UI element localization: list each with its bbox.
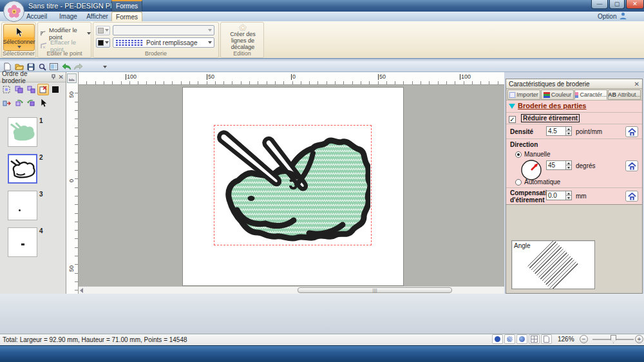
density-spinner[interactable]: 4.5: [546, 126, 572, 136]
spin-down-icon[interactable]: [565, 131, 571, 135]
density-unit: point/mm: [576, 128, 602, 135]
color-icon: [544, 92, 550, 98]
order-item-2-thumbnail-selected[interactable]: [8, 154, 37, 184]
zoom-percentage: 126%: [558, 336, 574, 343]
rotate-back-icon[interactable]: [25, 97, 37, 109]
pointer-icon[interactable]: [37, 97, 49, 109]
ungroup-objects-icon[interactable]: [25, 84, 37, 95]
fill-color-chip: [98, 40, 104, 46]
zoom-in-icon[interactable]: +: [635, 335, 643, 343]
angle-spinner[interactable]: 45: [546, 160, 572, 170]
spin-down-icon[interactable]: [565, 165, 571, 169]
line-type-dropdown[interactable]: [113, 25, 214, 35]
group-label-selectionner: Sélectionner: [2, 50, 35, 57]
chevron-down-icon: [208, 29, 212, 32]
option-menu[interactable]: Option: [598, 13, 616, 20]
close-attributes-icon[interactable]: ✕: [634, 81, 639, 88]
sewing-order-title: Ordre de broderie: [2, 70, 51, 84]
select-tool-button[interactable]: Sélectionner: [3, 24, 35, 51]
merge-icon[interactable]: [1, 97, 12, 109]
direction-row: Direction Manuelle 45 degrés Automatique: [506, 139, 642, 188]
undo-icon[interactable]: [61, 62, 72, 71]
canvas-horizontal-scrollbar[interactable]: ||||: [79, 286, 504, 294]
reduce-stretch-checkbox[interactable]: ✓: [509, 116, 516, 123]
tab-couleur[interactable]: Couleur: [541, 90, 574, 100]
toolbar-overflow-icon[interactable]: [102, 62, 108, 71]
order-item-number: 4: [39, 227, 43, 234]
close-panel-icon[interactable]: ✕: [59, 73, 64, 81]
direction-label: Direction: [510, 141, 538, 148]
auto-radio[interactable]: Automatique: [515, 178, 560, 186]
zoom-out-icon[interactable]: −: [580, 335, 588, 343]
hruler-label: 50: [378, 74, 386, 80]
collapse-triangle-icon[interactable]: [509, 104, 515, 109]
scrollbar-thumb[interactable]: ||||: [298, 287, 452, 293]
tab-accueil[interactable]: Accueil: [23, 12, 51, 21]
manual-radio[interactable]: Manuelle: [515, 150, 551, 158]
sewing-order-panel: Ordre de broderie ✕ 1: [0, 72, 66, 294]
density-value: 4.5: [548, 128, 557, 135]
tab-afficher[interactable]: Afficher: [82, 12, 112, 21]
user-icon[interactable]: [620, 12, 627, 20]
home-icon: [628, 162, 636, 170]
delete-frame-icon[interactable]: [37, 84, 49, 95]
fill-type-value: Point remplissage: [146, 39, 208, 46]
rotate-forward-icon[interactable]: [13, 97, 24, 109]
section-header-row[interactable]: Broderie des parties: [506, 100, 642, 113]
compensation-unit: mm: [576, 193, 587, 200]
line-color-chip: [98, 28, 104, 33]
view-mode-solid-icon[interactable]: [492, 334, 503, 344]
home-icon: [628, 193, 636, 200]
order-item-3-thumbnail[interactable]: [8, 191, 37, 220]
offset-pentagon-icon: [236, 24, 249, 31]
tab-formes-active[interactable]: Formes: [111, 12, 142, 21]
hruler-label: 50: [207, 74, 214, 80]
order-item-4-thumbnail[interactable]: [8, 227, 37, 257]
tab-importer[interactable]: Importer: [507, 90, 540, 100]
close-button[interactable]: ✕: [626, 0, 644, 9]
compensation-spinner[interactable]: 0.0: [546, 191, 572, 200]
chevron-down-icon: [208, 41, 212, 44]
tab-couleur-label: Couleur: [551, 91, 572, 98]
group-editer-le-point: Modifier le point Effacer le point Edite…: [37, 22, 91, 58]
line-color-button[interactable]: [96, 26, 110, 35]
compensation-value: 0.0: [548, 192, 557, 199]
ruler-unit-icon[interactable]: [67, 73, 77, 83]
horizontal-ruler: 100 50 0 50 100: [79, 72, 504, 85]
density-default-button[interactable]: [625, 126, 638, 137]
triceratops-design[interactable]: [215, 126, 370, 244]
maximize-button[interactable]: ▢: [609, 0, 625, 9]
group-selectionner: Sélectionner Sélectionner: [1, 22, 36, 58]
tab-attribut[interactable]: AB Attribut...: [608, 90, 641, 100]
section-title: Broderie des parties: [518, 102, 586, 110]
hruler-label: 100: [126, 74, 137, 80]
spin-down-icon[interactable]: [565, 195, 571, 200]
select-frame-icon[interactable]: [1, 84, 12, 95]
order-item-1-thumbnail[interactable]: [8, 117, 37, 147]
fill-color-button[interactable]: [96, 38, 110, 48]
fill-type-dropdown[interactable]: Point remplissage: [113, 37, 214, 48]
minimize-button[interactable]: —: [591, 0, 608, 9]
design-canvas[interactable]: [79, 85, 504, 286]
view-mode-realistic-icon[interactable]: [516, 334, 527, 344]
compensation-default-button[interactable]: [625, 191, 638, 202]
context-tab-formes[interactable]: Formes: [111, 0, 142, 12]
group-objects-icon[interactable]: [13, 84, 24, 95]
attributes-panel: Caractéristiques de broderie ✕ Importer …: [506, 79, 643, 294]
scroll-left-icon[interactable]: [80, 288, 83, 293]
pin-icon[interactable]: [51, 74, 56, 80]
offset-lines-button[interactable]: Créer des lignes de décalage: [223, 24, 263, 50]
app-logo-flower-icon[interactable]: [3, 1, 24, 22]
angle-default-button[interactable]: [625, 160, 638, 171]
hruler-label: 0: [291, 74, 296, 80]
tab-image[interactable]: Image: [55, 12, 81, 21]
home-icon: [628, 128, 636, 136]
view-mode-stitch-icon[interactable]: [504, 334, 515, 344]
tab-caracteristiques[interactable]: Caractér...: [574, 90, 607, 100]
chevron-down-icon: [17, 46, 21, 48]
redo-icon[interactable]: [73, 62, 84, 71]
page-preview-icon[interactable]: [541, 334, 552, 344]
ribbon: Sélectionner Sélectionner Modifier le po…: [0, 21, 644, 59]
grid-view-icon[interactable]: [529, 334, 540, 344]
thread-color-icon[interactable]: [50, 84, 61, 95]
